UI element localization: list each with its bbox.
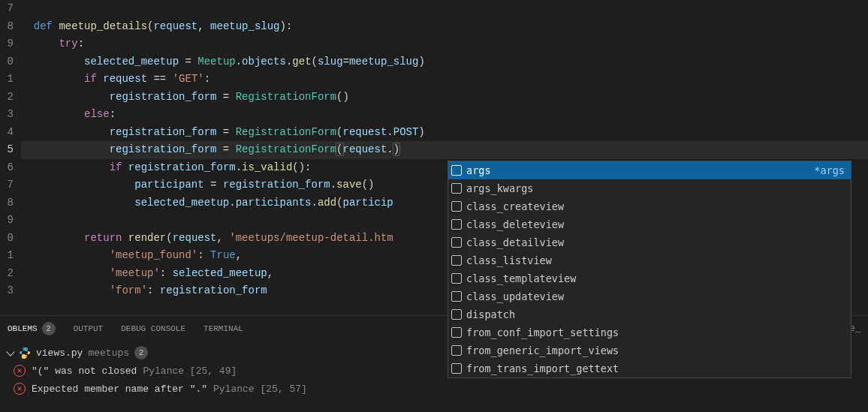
problem-message: Expected member name after ".": [32, 383, 207, 395]
file-name: views.py: [36, 347, 83, 359]
error-icon: ✕: [14, 365, 26, 377]
file-problem-count: 2: [134, 346, 148, 359]
tab-output[interactable]: OUTPUT: [74, 324, 104, 333]
line-number: 1: [0, 71, 14, 89]
line-number: 1: [0, 247, 14, 265]
code-line[interactable]: registration_form = RegistrationForm(): [21, 89, 868, 107]
snippet-icon: [451, 309, 462, 320]
suggestion-item[interactable]: class_detailview: [448, 233, 851, 251]
suggestion-item[interactable]: class_templateview: [448, 269, 851, 287]
line-number: 7: [0, 176, 14, 194]
suggestion-label: from_generic_import_views: [466, 344, 845, 356]
line-number: 0: [0, 53, 14, 71]
suggestion-item[interactable]: class_updateview: [448, 287, 851, 305]
tab-label: OUTPUT: [74, 324, 104, 333]
problem-message: "(" was not closed: [32, 365, 137, 377]
suggestion-label: args_kwargs: [466, 182, 845, 194]
problem-source: Pylance [25, 57]: [213, 383, 307, 395]
code-line[interactable]: if request == 'GET':: [21, 71, 868, 89]
suggestion-label: class_createview: [466, 200, 845, 212]
suggestion-item[interactable]: class_listview: [448, 251, 851, 269]
suggestion-item[interactable]: class_deleteview: [448, 215, 851, 233]
line-number: 3: [0, 106, 14, 124]
line-number: 4: [0, 124, 14, 142]
line-number: 2: [0, 265, 14, 283]
snippet-icon: [451, 363, 462, 374]
error-icon: ✕: [14, 383, 26, 395]
tab-label: TERMINAL: [203, 324, 243, 333]
problem-item[interactable]: ✕Expected member name after "." Pylance …: [0, 380, 868, 398]
line-number: 8: [0, 18, 14, 36]
tab-debug-console[interactable]: DEBUG CONSOLE: [121, 324, 185, 333]
suggestion-label: dispatch: [466, 308, 845, 320]
suggestion-label: class_updateview: [466, 290, 845, 302]
suggestion-hint: *args: [814, 164, 845, 176]
file-folder: meetups: [88, 347, 129, 359]
line-number: 6: [0, 159, 14, 177]
suggestion-label: class_detailview: [466, 236, 845, 248]
snippet-icon: [451, 183, 462, 194]
code-line[interactable]: try:: [21, 35, 868, 53]
line-number: 9: [0, 212, 14, 230]
line-number: 7: [0, 0, 14, 18]
suggestion-label: from_conf_import_settings: [466, 326, 845, 338]
suggestion-item[interactable]: class_createview: [448, 197, 851, 215]
snippet-icon: [451, 201, 462, 212]
suggestion-label: class_templateview: [466, 272, 845, 284]
suggestion-item[interactable]: args*args: [448, 161, 851, 179]
snippet-icon: [451, 291, 462, 302]
line-number: 2: [0, 89, 14, 107]
suggestion-label: class_listview: [466, 254, 845, 266]
line-number: 0: [0, 230, 14, 248]
suggestion-label: class_deleteview: [466, 218, 845, 230]
tab-label: DEBUG CONSOLE: [121, 324, 185, 333]
snippet-icon: [451, 255, 462, 266]
chevron-down-icon: [6, 347, 14, 356]
code-line[interactable]: registration_form = RegistrationForm(req…: [21, 141, 868, 159]
line-number-gutter: 78901234567890123: [0, 0, 21, 315]
intellisense-popup[interactable]: args*argsargs_kwargsclass_createviewclas…: [448, 161, 851, 378]
code-line[interactable]: def meetup_details(request, meetup_slug)…: [21, 18, 868, 36]
suggestion-label: from_trans_import_gettext: [466, 362, 845, 374]
code-line[interactable]: else:: [21, 106, 868, 124]
suggestion-item[interactable]: from_trans_import_gettext: [448, 359, 851, 377]
snippet-icon: [451, 237, 462, 248]
line-number: 3: [0, 282, 14, 300]
line-number: 5: [0, 141, 14, 159]
problems-count-badge: 2: [42, 322, 56, 335]
snippet-icon: [451, 219, 462, 230]
suggestion-item[interactable]: from_generic_import_views: [448, 341, 851, 359]
suggestion-item[interactable]: args_kwargs: [448, 179, 851, 197]
suggestion-item[interactable]: dispatch: [448, 305, 851, 323]
line-number: 9: [0, 35, 14, 53]
snippet-icon: [451, 273, 462, 284]
problem-source: Pylance [25, 49]: [143, 365, 237, 377]
snippet-icon: [451, 327, 462, 338]
code-line[interactable]: registration_form = RegistrationForm(req…: [21, 124, 868, 142]
python-file-icon: [19, 347, 31, 359]
suggestion-label: args: [466, 164, 809, 176]
tab-label: OBLEMS: [8, 324, 38, 333]
code-line[interactable]: [21, 0, 868, 18]
snippet-icon: [451, 165, 462, 176]
snippet-icon: [451, 345, 462, 356]
tab-terminal[interactable]: TERMINAL: [203, 324, 243, 333]
tab-problems[interactable]: OBLEMS 2: [8, 322, 56, 335]
suggestion-item[interactable]: from_conf_import_settings: [448, 323, 851, 341]
code-line[interactable]: selected_meetup = Meetup.objects.get(slu…: [21, 53, 868, 71]
line-number: 8: [0, 194, 14, 212]
